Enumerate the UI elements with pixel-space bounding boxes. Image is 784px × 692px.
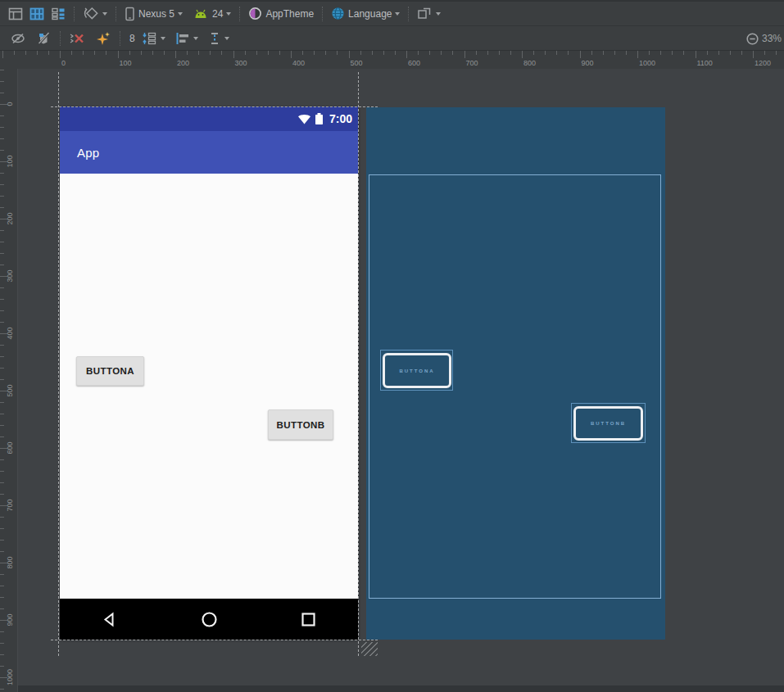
- ruler-tick: [94, 51, 95, 55]
- back-icon: [101, 611, 118, 628]
- ruler-label: 900: [582, 59, 594, 67]
- ruler-tick: [591, 51, 592, 55]
- clear-constraints-button[interactable]: [66, 29, 88, 48]
- ruler-tick: [0, 654, 4, 655]
- eye-slash-icon: [10, 31, 26, 46]
- default-margin-value[interactable]: 8: [126, 33, 138, 44]
- toolbar-separator: [408, 7, 409, 21]
- blueprint-surface[interactable]: BUTTONA BUTTONB: [366, 107, 665, 640]
- ruler-tick: [0, 597, 4, 598]
- resize-handle[interactable]: [361, 642, 378, 656]
- ruler-tick: [0, 666, 4, 667]
- ruler-tick: [533, 51, 534, 55]
- align-icon: [175, 31, 190, 46]
- status-bar: 7:00: [60, 106, 358, 131]
- ruler-tick: [683, 51, 684, 55]
- ruler-tick: [522, 51, 523, 58]
- infer-constraints-button[interactable]: [93, 29, 114, 48]
- ruler-tick: [0, 81, 4, 82]
- language-selector[interactable]: Language: [329, 4, 402, 24]
- button-b[interactable]: BUTTONB: [268, 409, 333, 440]
- blueprint-button-b[interactable]: BUTTONB: [573, 406, 643, 441]
- ruler-tick: [603, 51, 604, 55]
- layout-variant-button[interactable]: [415, 4, 443, 24]
- pack-icon: [141, 31, 157, 46]
- theme-selector[interactable]: AppTheme: [246, 4, 316, 24]
- ruler-tick: [0, 425, 4, 426]
- layout-content[interactable]: BUTTONA BUTTONB: [60, 174, 358, 599]
- zoom-controls: 33%: [746, 31, 782, 46]
- ruler-tick: [545, 51, 546, 55]
- ruler-tick: [0, 608, 4, 609]
- ruler-label: 100: [120, 59, 132, 67]
- dropdown-caret-icon: [436, 12, 441, 16]
- ruler-tick: [0, 287, 4, 288]
- button-a[interactable]: BUTTONA: [76, 356, 144, 386]
- ruler-label: 1000: [6, 669, 14, 685]
- guidelines-button[interactable]: [206, 29, 232, 48]
- toolbar-separator: [116, 7, 116, 21]
- ruler-tick: [221, 51, 222, 55]
- dropdown-caret-icon: [224, 37, 229, 40]
- ruler-tick: [753, 51, 754, 58]
- ruler-tick: [83, 51, 84, 55]
- clear-constraints-icon: [69, 31, 85, 46]
- ruler-tick: [60, 51, 61, 58]
- globe-icon: [331, 7, 345, 20]
- pack-button[interactable]: [138, 29, 168, 48]
- ruler-tick: [0, 70, 4, 70]
- device-selector[interactable]: Nexus 5: [122, 4, 185, 24]
- ruler-tick: [0, 689, 4, 690]
- ruler-label: 200: [177, 59, 189, 67]
- autoconnect-button[interactable]: [34, 29, 54, 48]
- ruler-label: 800: [6, 556, 14, 568]
- show-constraints-button[interactable]: [7, 29, 29, 48]
- ruler-tick: [556, 51, 557, 55]
- theme-label: AppTheme: [265, 8, 314, 20]
- ruler-label: 800: [523, 59, 536, 67]
- blueprint-button-a[interactable]: BUTTONA: [383, 353, 451, 388]
- blueprint-button-b-label: BUTTONB: [591, 421, 626, 426]
- app-title: App: [77, 146, 99, 160]
- design-surface[interactable]: 7:00 App BUTTONA BUTTONB: [60, 106, 358, 640]
- rotate-device-icon: [83, 7, 99, 21]
- ruler-tick: [672, 51, 673, 55]
- ruler-tick: [37, 51, 38, 55]
- blueprint-view-button[interactable]: [27, 4, 47, 24]
- ruler-tick: [0, 242, 4, 242]
- ruler-tick: [406, 51, 407, 58]
- dropdown-caret-icon: [193, 37, 198, 40]
- both-views-button[interactable]: [48, 4, 68, 24]
- api-level-selector[interactable]: 24: [190, 4, 233, 24]
- ruler-tick: [0, 368, 4, 369]
- ruler-label: 700: [466, 59, 478, 67]
- ruler-tick: [649, 51, 650, 55]
- phone-icon: [125, 7, 135, 21]
- ruler-tick: [568, 51, 569, 55]
- recents-icon: [300, 611, 317, 628]
- zoom-out-icon[interactable]: [746, 33, 759, 45]
- ruler-tick: [0, 402, 4, 403]
- toolbar-separator: [74, 7, 75, 21]
- dropdown-caret-icon: [102, 12, 107, 16]
- ruler-tick: [383, 51, 384, 55]
- theme-icon: [248, 7, 262, 20]
- dropdown-caret-icon: [178, 12, 183, 16]
- layout-editor-toolbar: Nexus 5 24 AppTheme Language: [0, 0, 784, 26]
- vertical-ruler: 01002003004005006007008009001000: [0, 69, 18, 692]
- ruler-tick: [0, 138, 4, 139]
- selection-bound-bottom: [51, 640, 378, 640]
- ruler-label: 400: [6, 327, 14, 339]
- ruler-tick: [0, 310, 4, 311]
- ruler-tick: [198, 51, 199, 55]
- selection-bound-left: [58, 72, 59, 656]
- ruler-tick: [476, 51, 477, 55]
- ruler-tick: [291, 51, 292, 58]
- canvas-bottom-edge: [18, 685, 784, 692]
- orientation-button[interactable]: [80, 4, 110, 24]
- ruler-tick: [0, 528, 4, 529]
- align-button[interactable]: [173, 29, 201, 48]
- design-view-button[interactable]: [6, 4, 25, 24]
- ruler-tick: [372, 51, 373, 55]
- ruler-tick: [0, 436, 4, 437]
